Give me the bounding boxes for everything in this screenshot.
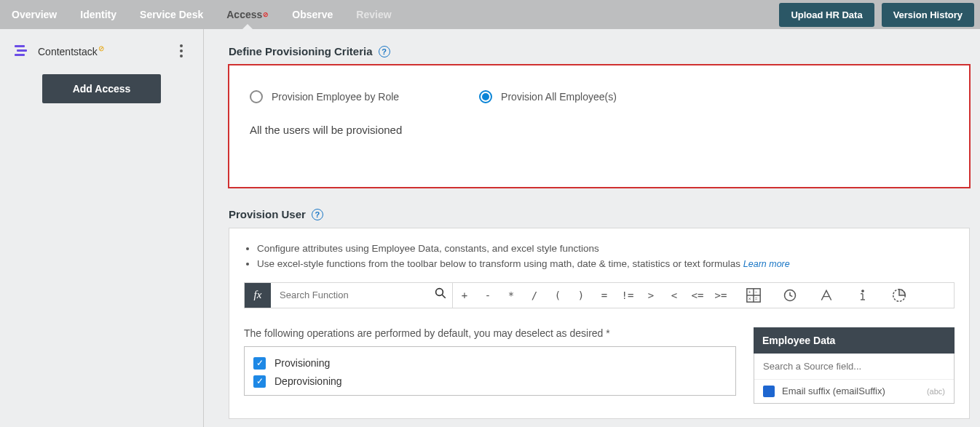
criteria-panel: Provision Employee by Role Provision All…: [229, 65, 970, 188]
sidebar: Contentstack⊘ Add Access: [0, 29, 204, 427]
svg-text:=: =: [755, 296, 758, 301]
clock-icon[interactable]: [782, 287, 798, 303]
operator-=[interactable]: =: [593, 290, 616, 301]
svg-text:+: +: [748, 290, 751, 295]
checkbox-label: Deprovisioning: [274, 375, 342, 387]
employee-data-header: Employee Data: [754, 327, 955, 354]
top-nav: Overview Identity Service Desk Access⊘ O…: [0, 0, 403, 29]
radio-all-employees[interactable]: Provision All Employee(s): [479, 90, 617, 103]
tab-observe[interactable]: Observe: [280, 0, 344, 29]
top-buttons: Upload HR Data Version History: [779, 3, 974, 27]
svg-rect-2: [15, 54, 25, 56]
operator-<[interactable]: <: [663, 290, 686, 301]
function-search-input[interactable]: [271, 290, 429, 300]
version-history-button[interactable]: Version History: [882, 3, 974, 27]
warning-icon: ⊘: [98, 44, 104, 52]
employee-data-panel: Employee Data Email suffix (emailSuffix)…: [754, 327, 955, 404]
operator-([interactable]: (: [546, 290, 569, 301]
tab-service-desk[interactable]: Service Desk: [128, 0, 215, 29]
math-icon[interactable]: +−×=: [746, 287, 762, 303]
instruction-list: Configure attributes using Employee Data…: [257, 242, 955, 272]
field-type-icon: [763, 386, 775, 397]
svg-rect-0: [15, 45, 25, 47]
checkbox-label: Provisioning: [274, 357, 330, 369]
svg-rect-1: [17, 49, 27, 52]
operator-/[interactable]: /: [523, 290, 546, 301]
checkbox-provisioning[interactable]: ✓: [253, 357, 266, 370]
criteria-note: All the users will be provisioned: [250, 124, 949, 136]
contentstack-icon: [13, 42, 31, 60]
svg-text:−: −: [755, 290, 758, 295]
stats-icon[interactable]: [891, 287, 907, 303]
provision-panel: Configure attributes using Employee Data…: [229, 228, 970, 419]
criteria-title: Define Provisioning Criteria ?: [229, 45, 970, 57]
operators: +-*/()=!=><<=>=: [453, 283, 732, 308]
svg-line-4: [442, 295, 446, 299]
radio-icon: [479, 90, 492, 103]
operator-)[interactable]: ): [569, 290, 593, 301]
help-icon[interactable]: ?: [312, 209, 323, 220]
add-access-button[interactable]: Add Access: [42, 74, 162, 103]
help-icon[interactable]: ?: [379, 46, 390, 57]
operator--[interactable]: -: [476, 290, 499, 301]
employee-field-item[interactable]: Email suffix (emailSuffix) (abc): [754, 379, 954, 403]
operations-box: ✓ Provisioning ✓ Deprovisioning: [244, 346, 736, 396]
employee-search-input[interactable]: [754, 354, 954, 379]
operator-<=[interactable]: <=: [686, 290, 709, 301]
app-name: Contentstack⊘: [38, 44, 104, 57]
alert-icon: ⊘: [263, 11, 269, 18]
tab-overview[interactable]: Overview: [0, 0, 68, 29]
svg-point-13: [862, 290, 864, 292]
learn-more-link[interactable]: Learn more: [743, 259, 790, 269]
info-icon[interactable]: [855, 287, 871, 303]
tab-identity[interactable]: Identity: [68, 0, 128, 29]
upload-hr-data-button[interactable]: Upload HR Data: [779, 3, 874, 27]
operations-note: The following operations are performed b…: [244, 327, 736, 339]
radio-icon: [250, 90, 263, 103]
tab-access[interactable]: Access⊘: [215, 0, 280, 29]
text-icon[interactable]: [818, 287, 834, 303]
svg-point-3: [436, 289, 443, 296]
app-header: Contentstack⊘: [13, 42, 104, 60]
function-toolbar: fx +-*/()=!=><<=>= +−×=: [244, 282, 955, 308]
content-area: Define Provisioning Criteria ? Provision…: [204, 29, 980, 427]
kebab-menu[interactable]: [173, 42, 190, 60]
search-icon[interactable]: [429, 287, 452, 303]
provision-title: Provision User ?: [229, 208, 970, 220]
operator->[interactable]: >: [639, 290, 663, 301]
radio-by-role[interactable]: Provision Employee by Role: [250, 90, 399, 103]
operator->=[interactable]: >=: [709, 290, 732, 301]
svg-text:×: ×: [748, 296, 751, 301]
operator-+[interactable]: +: [453, 290, 476, 301]
fx-icon: fx: [245, 283, 271, 308]
top-bar: Overview Identity Service Desk Access⊘ O…: [0, 0, 980, 29]
operator-*[interactable]: *: [499, 290, 523, 301]
tab-review[interactable]: Review: [344, 0, 403, 29]
checkbox-deprovisioning[interactable]: ✓: [253, 375, 266, 388]
operator-!=[interactable]: !=: [616, 290, 639, 301]
